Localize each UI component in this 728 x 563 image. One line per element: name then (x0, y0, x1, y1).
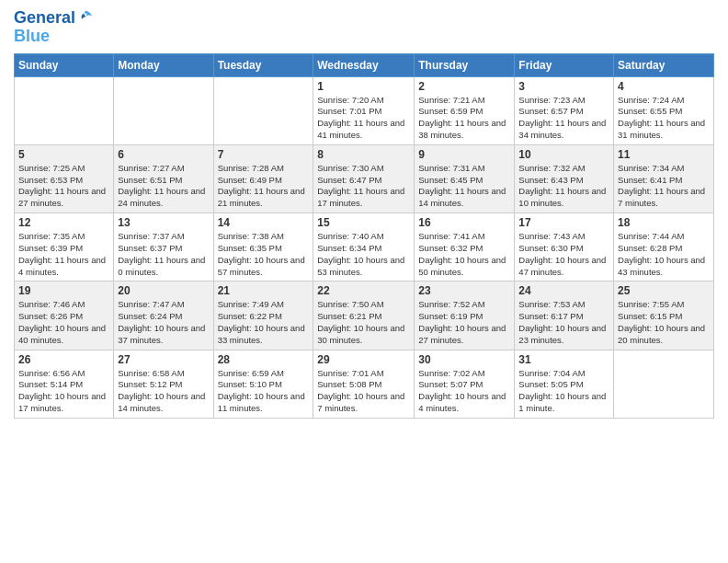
calendar-cell: 15Sunrise: 7:40 AM Sunset: 6:34 PM Dayli… (313, 213, 415, 282)
day-number: 25 (618, 284, 710, 297)
day-number: 23 (418, 284, 510, 297)
calendar-cell: 11Sunrise: 7:34 AM Sunset: 6:41 PM Dayli… (614, 144, 714, 213)
calendar-table: SundayMondayTuesdayWednesdayThursdayFrid… (14, 53, 714, 419)
calendar-cell (15, 76, 114, 144)
calendar-cell: 27Sunrise: 6:58 AM Sunset: 5:12 PM Dayli… (114, 350, 213, 418)
day-number: 20 (118, 284, 209, 297)
day-number: 19 (18, 284, 109, 297)
calendar-cell: 29Sunrise: 7:01 AM Sunset: 5:08 PM Dayli… (313, 350, 415, 418)
calendar-week-2: 5Sunrise: 7:25 AM Sunset: 6:53 PM Daylig… (15, 144, 714, 213)
weekday-header-monday: Monday (114, 53, 213, 76)
calendar-week-3: 12Sunrise: 7:35 AM Sunset: 6:39 PM Dayli… (15, 213, 714, 282)
day-number: 17 (518, 216, 609, 229)
day-info: Sunrise: 7:24 AM Sunset: 6:55 PM Dayligh… (618, 95, 710, 142)
calendar-cell: 26Sunrise: 6:56 AM Sunset: 5:14 PM Dayli… (15, 350, 114, 418)
calendar-cell: 12Sunrise: 7:35 AM Sunset: 6:39 PM Dayli… (15, 213, 114, 282)
calendar-week-4: 19Sunrise: 7:46 AM Sunset: 6:26 PM Dayli… (15, 282, 714, 350)
day-number: 21 (218, 284, 310, 297)
calendar-cell: 3Sunrise: 7:23 AM Sunset: 6:57 PM Daylig… (515, 76, 614, 144)
day-info: Sunrise: 7:44 AM Sunset: 6:28 PM Dayligh… (618, 231, 710, 278)
logo-text-blue: Blue (14, 28, 50, 46)
day-number: 6 (118, 148, 209, 161)
day-number: 5 (18, 148, 109, 161)
day-info: Sunrise: 7:50 AM Sunset: 6:21 PM Dayligh… (317, 299, 410, 346)
day-info: Sunrise: 7:27 AM Sunset: 6:51 PM Dayligh… (118, 163, 209, 210)
day-info: Sunrise: 7:49 AM Sunset: 6:22 PM Dayligh… (218, 299, 310, 346)
calendar-cell: 20Sunrise: 7:47 AM Sunset: 6:24 PM Dayli… (114, 282, 213, 350)
day-number: 28 (218, 353, 310, 366)
calendar-cell: 25Sunrise: 7:55 AM Sunset: 6:15 PM Dayli… (614, 282, 714, 350)
calendar-cell: 1Sunrise: 7:20 AM Sunset: 7:01 PM Daylig… (313, 76, 415, 144)
day-info: Sunrise: 7:21 AM Sunset: 6:59 PM Dayligh… (418, 95, 510, 142)
day-number: 13 (118, 216, 209, 229)
day-number: 1 (317, 80, 410, 93)
day-info: Sunrise: 7:41 AM Sunset: 6:32 PM Dayligh… (418, 231, 510, 278)
day-number: 22 (317, 284, 410, 297)
day-number: 24 (518, 284, 609, 297)
day-number: 11 (618, 148, 710, 161)
day-info: Sunrise: 7:31 AM Sunset: 6:45 PM Dayligh… (418, 163, 510, 210)
calendar-cell: 4Sunrise: 7:24 AM Sunset: 6:55 PM Daylig… (614, 76, 714, 144)
calendar-cell: 17Sunrise: 7:43 AM Sunset: 6:30 PM Dayli… (515, 213, 614, 282)
day-number: 29 (317, 353, 410, 366)
calendar-week-5: 26Sunrise: 6:56 AM Sunset: 5:14 PM Dayli… (15, 350, 714, 418)
day-number: 27 (118, 353, 209, 366)
day-info: Sunrise: 7:47 AM Sunset: 6:24 PM Dayligh… (118, 299, 209, 346)
day-info: Sunrise: 7:37 AM Sunset: 6:37 PM Dayligh… (118, 231, 209, 278)
weekday-header-row: SundayMondayTuesdayWednesdayThursdayFrid… (15, 53, 714, 76)
day-number: 10 (518, 148, 609, 161)
day-number: 4 (618, 80, 710, 93)
day-info: Sunrise: 7:28 AM Sunset: 6:49 PM Dayligh… (218, 163, 310, 210)
day-info: Sunrise: 7:02 AM Sunset: 5:07 PM Dayligh… (418, 368, 510, 415)
day-number: 2 (418, 80, 510, 93)
page: General Blue SundayMondayTuesdayWednesda… (0, 0, 728, 563)
day-info: Sunrise: 7:53 AM Sunset: 6:17 PM Dayligh… (518, 299, 609, 346)
calendar-cell: 6Sunrise: 7:27 AM Sunset: 6:51 PM Daylig… (114, 144, 213, 213)
day-info: Sunrise: 7:35 AM Sunset: 6:39 PM Dayligh… (18, 231, 109, 278)
weekday-header-sunday: Sunday (15, 53, 114, 76)
day-info: Sunrise: 7:01 AM Sunset: 5:08 PM Dayligh… (317, 368, 410, 415)
calendar-cell: 2Sunrise: 7:21 AM Sunset: 6:59 PM Daylig… (415, 76, 515, 144)
calendar-cell (213, 76, 313, 144)
day-info: Sunrise: 7:30 AM Sunset: 6:47 PM Dayligh… (317, 163, 410, 210)
calendar-cell (114, 76, 213, 144)
calendar-cell: 31Sunrise: 7:04 AM Sunset: 5:05 PM Dayli… (515, 350, 614, 418)
calendar-cell: 18Sunrise: 7:44 AM Sunset: 6:28 PM Dayli… (614, 213, 714, 282)
day-info: Sunrise: 7:20 AM Sunset: 7:01 PM Dayligh… (317, 95, 410, 142)
day-number: 16 (418, 216, 510, 229)
day-number: 18 (618, 216, 710, 229)
day-info: Sunrise: 7:38 AM Sunset: 6:35 PM Dayligh… (218, 231, 310, 278)
day-info: Sunrise: 6:58 AM Sunset: 5:12 PM Dayligh… (118, 368, 209, 415)
weekday-header-thursday: Thursday (415, 53, 515, 76)
weekday-header-saturday: Saturday (614, 53, 714, 76)
day-info: Sunrise: 7:43 AM Sunset: 6:30 PM Dayligh… (518, 231, 609, 278)
calendar-cell: 23Sunrise: 7:52 AM Sunset: 6:19 PM Dayli… (415, 282, 515, 350)
logo-text-general: General (14, 9, 75, 28)
day-number: 7 (218, 148, 310, 161)
calendar-cell: 19Sunrise: 7:46 AM Sunset: 6:26 PM Dayli… (15, 282, 114, 350)
logo: General Blue (14, 9, 94, 46)
calendar-cell: 22Sunrise: 7:50 AM Sunset: 6:21 PM Dayli… (313, 282, 415, 350)
day-number: 3 (518, 80, 609, 93)
day-info: Sunrise: 7:32 AM Sunset: 6:43 PM Dayligh… (518, 163, 609, 210)
day-info: Sunrise: 6:56 AM Sunset: 5:14 PM Dayligh… (18, 368, 109, 415)
calendar-cell: 30Sunrise: 7:02 AM Sunset: 5:07 PM Dayli… (415, 350, 515, 418)
calendar-cell: 13Sunrise: 7:37 AM Sunset: 6:37 PM Dayli… (114, 213, 213, 282)
weekday-header-wednesday: Wednesday (313, 53, 415, 76)
day-info: Sunrise: 7:25 AM Sunset: 6:53 PM Dayligh… (18, 163, 109, 210)
day-info: Sunrise: 7:46 AM Sunset: 6:26 PM Dayligh… (18, 299, 109, 346)
day-number: 26 (18, 353, 109, 366)
day-info: Sunrise: 7:52 AM Sunset: 6:19 PM Dayligh… (418, 299, 510, 346)
day-info: Sunrise: 7:23 AM Sunset: 6:57 PM Dayligh… (518, 95, 609, 142)
day-number: 9 (418, 148, 510, 161)
calendar-cell: 16Sunrise: 7:41 AM Sunset: 6:32 PM Dayli… (415, 213, 515, 282)
logo-bird-icon (77, 9, 94, 26)
day-info: Sunrise: 7:04 AM Sunset: 5:05 PM Dayligh… (518, 368, 609, 415)
calendar-cell: 10Sunrise: 7:32 AM Sunset: 6:43 PM Dayli… (515, 144, 614, 213)
day-info: Sunrise: 7:40 AM Sunset: 6:34 PM Dayligh… (317, 231, 410, 278)
calendar-cell: 7Sunrise: 7:28 AM Sunset: 6:49 PM Daylig… (213, 144, 313, 213)
day-info: Sunrise: 7:55 AM Sunset: 6:15 PM Dayligh… (618, 299, 710, 346)
day-number: 30 (418, 353, 510, 366)
calendar-cell (614, 350, 714, 418)
day-info: Sunrise: 6:59 AM Sunset: 5:10 PM Dayligh… (218, 368, 310, 415)
